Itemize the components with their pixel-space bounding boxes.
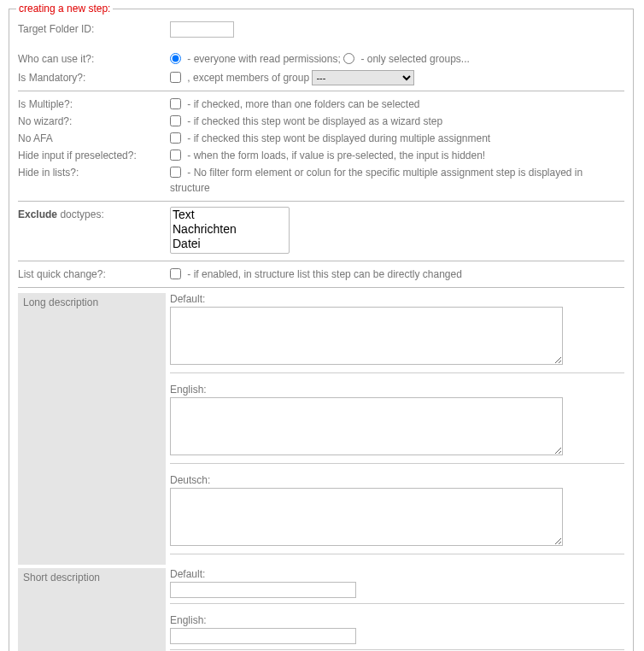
row-no-wizard: No wizard?: - if checked this step wont … [18,114,624,129]
row-hide-input: Hide input if preselected?: - when the f… [18,148,624,163]
separator [18,201,624,202]
textarea-longdesc-default[interactable] [170,307,563,365]
separator [18,287,624,288]
label-is-multiple: Is Multiple?: [18,97,170,110]
hint-list-quick-change: - if enabled, in structure list this ste… [184,268,462,280]
hint-no-afa: - if checked this step wont be displayed… [184,132,490,144]
label-longdesc-default: Default: [170,293,624,305]
row-who-can-use: Who can use it?: - everyone with read pe… [18,51,624,67]
label-no-afa: No AFA [18,131,170,144]
panel-legend: creating a new step: [16,3,113,15]
section-long-description: Long description Default: English: Deuts… [18,293,624,565]
checkbox-no-afa[interactable] [170,132,181,144]
select-exclude-doctypes[interactable]: Text Nachrichten Datei [170,207,290,254]
label-no-wizard: No wizard?: [18,114,170,127]
row-list-quick-change: List quick change?: - if enabled, in str… [18,267,624,282]
checkbox-mandatory[interactable] [170,72,181,83]
label-longdesc-english: English: [170,384,624,396]
hint-no-wizard: - if checked this step wont be displayed… [184,115,442,127]
hint-hide-input: - when the form loads, if value is pre-s… [184,150,485,161]
hint-is-multiple: - if checked, more than one folders can … [184,98,420,110]
row-no-afa: No AFA - if checked this step wont be di… [18,131,624,146]
mandatory-text: , except members of group [184,72,312,84]
label-target-folder: Target Folder ID: [18,21,170,35]
input-shortdesc-english[interactable] [170,628,356,644]
label-who-can-use: Who can use it?: [18,51,170,65]
radio-everyone[interactable] [170,53,181,64]
separator [170,554,624,554]
hint-hide-lists: - No filter form element or colun for th… [170,167,583,194]
label-hide-input: Hide input if preselected?: [18,148,170,161]
textarea-longdesc-english[interactable] [170,397,563,455]
radio-selected-groups[interactable] [343,53,354,64]
section-short-description: Short description Default: English: Deut… [18,568,624,651]
label-exclude-rest: doctypes: [60,208,103,220]
row-hide-lists: Hide in lists?: - No filter form element… [18,165,624,196]
radio-everyone-label: - everyone with read permissions; [184,53,343,65]
label-longdesc-deutsch: Deutsch: [170,474,624,486]
checkbox-hide-lists[interactable] [170,167,181,178]
row-is-multiple: Is Multiple?: - if checked, more than on… [18,97,624,112]
label-list-quick-change: List quick change?: [18,267,170,280]
row-is-mandatory: Is Mandatory?: , except members of group… [18,70,624,85]
label-shortdesc-default: Default: [170,568,624,580]
separator [170,372,624,373]
radio-selected-groups-label: - only selected groups... [358,53,470,65]
label-is-mandatory: Is Mandatory?: [18,70,170,84]
checkbox-list-quick-change[interactable] [170,268,181,279]
textarea-longdesc-deutsch[interactable] [170,488,563,546]
sidebar-short-description: Short description [18,568,166,651]
sidebar-long-description: Long description [18,293,166,565]
checkbox-is-multiple[interactable] [170,98,181,109]
label-hide-lists: Hide in lists?: [18,165,170,179]
label-exclude-bold: Exclude [18,208,57,220]
separator [170,463,624,464]
checkbox-no-wizard[interactable] [170,115,181,126]
step-form-panel: creating a new step: Target Folder ID: W… [9,9,634,651]
separator [18,261,624,261]
separator [170,649,624,650]
row-exclude-doctypes: Exclude doctypes: Text Nachrichten Datei [18,207,624,255]
checkbox-hide-input[interactable] [170,150,181,161]
input-shortdesc-default[interactable] [170,582,356,598]
select-except-group[interactable]: --- [312,70,414,85]
target-folder-input[interactable] [170,21,234,38]
separator [170,603,624,604]
row-target-folder: Target Folder ID: [18,21,624,38]
label-shortdesc-english: English: [170,614,624,626]
separator [18,91,624,91]
